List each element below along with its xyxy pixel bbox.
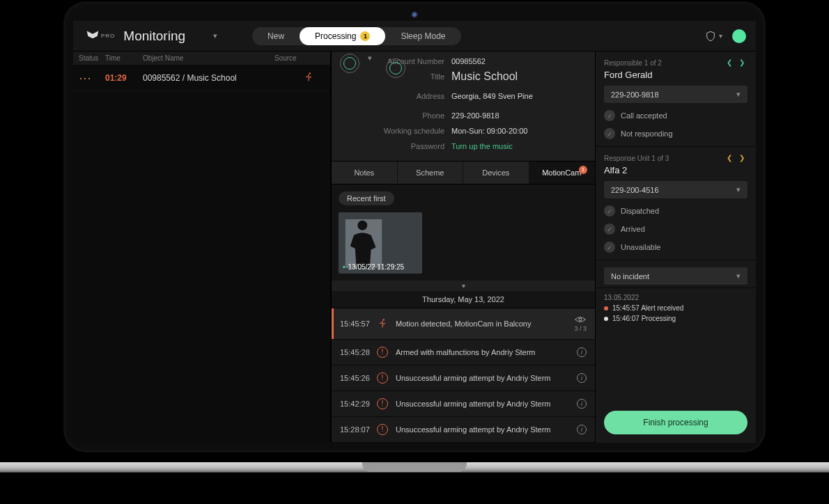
running-man-icon	[304, 72, 325, 84]
tab-motioncam[interactable]: MotionCam 1	[529, 162, 596, 184]
preview-timestamp: 13/05/22 11:29:25	[343, 263, 404, 271]
value-title: Music School	[451, 69, 518, 84]
event-info-button[interactable]: i	[577, 347, 587, 357]
not-responding-label: Not responding	[621, 129, 673, 138]
arm-state-indicator[interactable]	[386, 58, 405, 78]
event-text: Unsuccessful arming attempt by Andriy St…	[390, 400, 577, 408]
chevron-down-icon[interactable]: ▾	[368, 54, 372, 63]
value-password: Turn up the music	[451, 139, 513, 154]
value-phone: 229-200-9818	[451, 108, 499, 123]
warning-icon: !	[377, 347, 388, 358]
check-icon: ✓	[604, 205, 615, 216]
responsible-name: Ford Gerald	[604, 70, 747, 80]
response-unit-name: Alfa 2	[604, 165, 747, 175]
incident-value: No incident	[611, 272, 649, 281]
running-man-icon	[375, 318, 390, 330]
title-dropdown-icon[interactable]: ▾	[213, 31, 217, 40]
object-row[interactable]: ⋯ 01:29 00985562 / Music School	[73, 65, 330, 91]
intruder-silhouette-icon	[344, 219, 383, 268]
timeline-item: 15:45:57 Alert received	[604, 304, 747, 312]
timeline-date: 13.05.2022	[604, 294, 747, 301]
call-accepted-label: Call accepted	[621, 111, 667, 120]
warning-icon: !	[377, 372, 388, 384]
col-time: Time	[105, 54, 143, 62]
unit-next-icon[interactable]: ❯	[739, 154, 747, 162]
mode-processing[interactable]: Processing 1	[300, 27, 385, 45]
col-status: Status	[79, 54, 105, 62]
sort-recent-first[interactable]: Recent first	[339, 191, 394, 205]
arrived-label: Arrived	[621, 225, 645, 233]
action-unavailable[interactable]: ✓ Unavailable	[604, 242, 747, 253]
event-time: 15:45:28	[340, 348, 375, 356]
responsible-prev-icon[interactable]: ❮	[727, 58, 735, 67]
responsible-panel: Responsible 1 of 2 ❮ ❯ Ford Gerald 229-2…	[596, 52, 756, 147]
timeline-dot-icon	[604, 317, 608, 321]
dispatched-label: Dispatched	[621, 207, 659, 215]
col-source: Source	[274, 54, 325, 62]
tab-scheme[interactable]: Scheme	[398, 162, 464, 184]
event-text: Motion detected, MotionCam in Balcony	[390, 320, 574, 328]
chevron-down-icon: ▾	[736, 271, 741, 281]
timeline-item: 15:46:07 Processing	[604, 315, 747, 322]
event-info-button[interactable]: i	[577, 425, 587, 434]
svg-point-2	[383, 319, 385, 320]
response-unit-phone-select[interactable]: 229-200-4516 ▾	[604, 181, 747, 198]
info-icon: i	[577, 425, 587, 434]
object-time: 01:29	[105, 73, 143, 83]
value-address: Georgia, 849 Sven Pine	[451, 88, 533, 104]
event-time: 15:42:29	[340, 400, 375, 408]
value-account: 00985562	[451, 54, 486, 69]
center-panel: ▾ Account Number ▾	[331, 52, 596, 443]
response-unit-header: Response Unit 1 of 3	[604, 155, 669, 162]
tab-notes[interactable]: Notes	[332, 162, 398, 184]
incident-select[interactable]: No incident ▾	[604, 267, 747, 285]
response-unit-panel: Response Unit 1 of 3 ❮ ❯ Alfa 2 229-200-…	[596, 147, 756, 260]
col-object-name: Object Name	[143, 54, 274, 62]
expand-toggle[interactable]: ▾	[332, 281, 595, 291]
laptop-trackpad-notch	[362, 462, 467, 472]
label-phone: Phone	[373, 108, 451, 123]
event-photo-count[interactable]: 3 / 3	[574, 315, 587, 332]
events-date-header: Thursday, May 13, 2022	[332, 291, 595, 308]
event-text: Unsuccessful arming attempt by Andriy St…	[390, 374, 577, 382]
event-row[interactable]: 15:42:29!Unsuccessful arming attempt by …	[332, 391, 595, 417]
unit-prev-icon[interactable]: ❮	[727, 154, 735, 162]
responsible-next-icon[interactable]: ❯	[739, 58, 747, 67]
action-call-accepted[interactable]: ✓ Call accepted	[604, 110, 747, 121]
event-time: 15:45:57	[340, 320, 375, 328]
mode-processing-label: Processing	[315, 27, 356, 45]
motioncam-preview[interactable]: 13/05/22 11:29:25	[339, 212, 422, 274]
object-list-header: Status Time Object Name Source	[73, 52, 330, 65]
event-info-button[interactable]: i	[577, 399, 587, 409]
finish-processing-button[interactable]: Finish processing	[604, 411, 747, 434]
timeline-text: 15:45:57 Alert received	[612, 304, 683, 312]
event-row[interactable]: 15:28:07!Unsuccessful arming attempt by …	[332, 417, 595, 443]
tab-devices[interactable]: Devices	[463, 162, 529, 184]
motioncam-area: Recent first 13/05/22 11:29:25	[332, 184, 595, 281]
responsible-phone: 229-200-9818	[611, 90, 659, 99]
event-time: 15:28:07	[340, 425, 375, 434]
event-info-button[interactable]: i	[577, 373, 587, 383]
arm-state-icon[interactable]	[340, 54, 359, 73]
event-row[interactable]: 15:45:26!Unsuccessful arming attempt by …	[332, 365, 595, 391]
timeline: 13.05.2022 15:45:57 Alert received15:46:…	[596, 288, 756, 328]
action-dispatched[interactable]: ✓ Dispatched	[604, 205, 747, 216]
responsible-phone-select[interactable]: 229-200-9818 ▾	[604, 86, 747, 103]
action-not-responding[interactable]: ✓ Not responding	[604, 128, 747, 139]
user-avatar[interactable]	[732, 29, 746, 43]
timeline-dot-icon	[604, 306, 608, 310]
mode-new[interactable]: New	[252, 27, 300, 45]
action-arrived[interactable]: ✓ Arrived	[604, 223, 747, 235]
responsible-header: Responsible 1 of 2	[604, 59, 662, 67]
incident-panel: No incident ▾	[596, 260, 756, 288]
object-info-block: ▾ Account Number00985562 TitleMusic Scho…	[332, 52, 595, 162]
mode-sleep[interactable]: Sleep Mode	[385, 27, 460, 45]
shield-dropdown[interactable]: ▾	[705, 30, 722, 42]
event-row[interactable]: 15:45:28!Armed with malfunctions by Andr…	[332, 340, 595, 365]
tab-motioncam-label: MotionCam	[542, 168, 581, 177]
check-icon: ✓	[604, 242, 615, 253]
event-text: Unsuccessful arming attempt by Andriy St…	[390, 425, 577, 434]
event-time: 15:45:26	[340, 374, 375, 382]
event-row[interactable]: 15:45:57Motion detected, MotionCam in Ba…	[332, 308, 595, 340]
chevron-down-icon: ▾	[736, 185, 741, 194]
